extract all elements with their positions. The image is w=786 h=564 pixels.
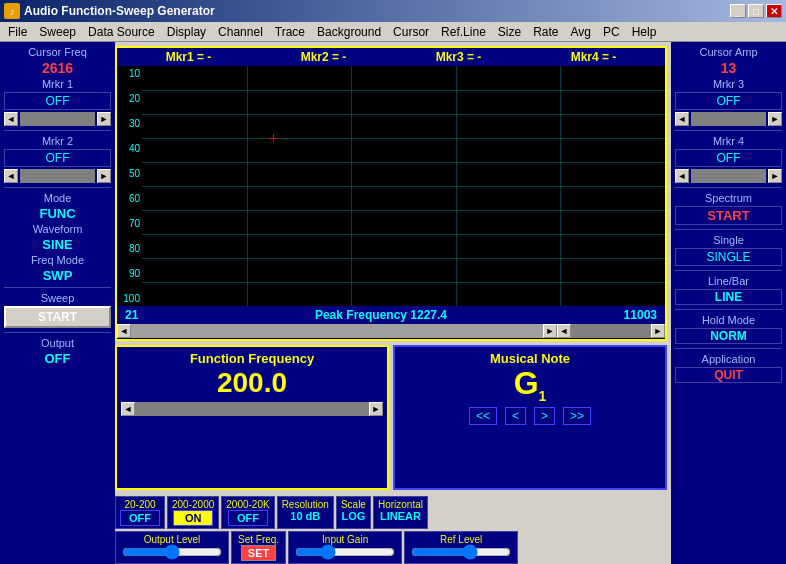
mrkr1-button[interactable]: OFF	[4, 92, 111, 110]
menu-avg[interactable]: Avg	[565, 23, 597, 41]
chart-plot[interactable]	[142, 66, 665, 306]
maximize-button[interactable]: □	[748, 4, 764, 18]
output-level-slider[interactable]	[122, 545, 222, 559]
grid-v	[456, 66, 457, 306]
ref-level-item: Ref Level	[404, 531, 518, 564]
cursor-amp-value: 13	[675, 60, 782, 76]
grid-line	[142, 282, 665, 283]
chart-scroll-track2[interactable]	[571, 324, 651, 338]
set-freq-row: SET	[241, 545, 276, 561]
note-nav-l[interactable]: <	[505, 407, 526, 425]
menu-size[interactable]: Size	[492, 23, 527, 41]
chart-scroll-right2[interactable]: ►	[651, 324, 665, 338]
chart-container: Mkr1 = - Mkr2 = - Mkr3 = - Mkr4 = - 10 2…	[115, 46, 667, 341]
func-freq-title: Function Frequency	[121, 351, 383, 366]
single-button[interactable]: SINGLE	[675, 248, 782, 266]
scale-label: Scale	[341, 499, 366, 510]
menu-rate[interactable]: Rate	[527, 23, 564, 41]
chart-scroll-left2[interactable]: ◄	[557, 324, 571, 338]
chart-peak-freq: Peak Frequency 1227.4	[315, 308, 447, 322]
musical-note-value: G1	[399, 366, 661, 405]
menu-background[interactable]: Background	[311, 23, 387, 41]
mrkr1-label: Mrkr 1	[4, 78, 111, 90]
mrkr2-scroll-track[interactable]	[20, 169, 95, 183]
left-panel: Cursor Freq 2616 Mrkr 1 OFF ◄ ► Mrkr 2 O…	[0, 42, 115, 564]
range-2000-20k: 2000-20K OFF	[221, 496, 274, 529]
menu-datasource[interactable]: Data Source	[82, 23, 161, 41]
freq-scroll-left[interactable]: ◄	[121, 402, 135, 416]
ref-level-slider-row	[411, 545, 511, 559]
right-panel: Cursor Amp 13 Mrkr 3 OFF ◄ ► Mrkr 4 OFF …	[671, 42, 786, 564]
mrkr3-button[interactable]: OFF	[675, 92, 782, 110]
window-title: Audio Function-Sweep Generator	[24, 4, 728, 18]
resolution-group: Resolution 10 dB	[277, 496, 334, 529]
menu-refline[interactable]: Ref.Line	[435, 23, 492, 41]
mode-label: Mode	[4, 192, 111, 204]
range-20-200-btn[interactable]: OFF	[120, 510, 160, 526]
input-gain-slider[interactable]	[295, 545, 395, 559]
func-freq-value: 200.0	[121, 366, 383, 400]
spectrum-start-button[interactable]: START	[675, 206, 782, 225]
mrkr1-scroll-track[interactable]	[20, 112, 95, 126]
note-nav-r[interactable]: >	[534, 407, 555, 425]
set-freq-button[interactable]: SET	[241, 545, 276, 561]
freq-scroll-right[interactable]: ►	[369, 402, 383, 416]
chart-footer: 21 Peak Frequency 1227.4 11003	[117, 306, 665, 324]
mrkr2-button[interactable]: OFF	[4, 149, 111, 167]
chart-scroll-right[interactable]: ►	[543, 324, 557, 338]
quit-button[interactable]: QUIT	[675, 367, 782, 383]
mrkr3-scroll-track[interactable]	[691, 112, 766, 126]
mrkr4-scroll-right[interactable]: ►	[768, 169, 782, 183]
menu-trace[interactable]: Trace	[269, 23, 311, 41]
range-200-2000: 200-2000 ON	[167, 496, 219, 529]
spectrum-label: Spectrum	[675, 192, 782, 204]
menu-cursor[interactable]: Cursor	[387, 23, 435, 41]
menu-sweep[interactable]: Sweep	[33, 23, 82, 41]
chart-scroll-left[interactable]: ◄	[117, 324, 131, 338]
rsep1	[675, 130, 782, 131]
set-freq-item: Set Freq. SET	[231, 531, 286, 564]
menu-help[interactable]: Help	[626, 23, 663, 41]
grid-v	[560, 66, 561, 306]
mrkr4-scroll-track[interactable]	[691, 169, 766, 183]
mrkr3-scroll-right[interactable]: ►	[768, 112, 782, 126]
mrkr4-button[interactable]: OFF	[675, 149, 782, 167]
sep3	[4, 287, 111, 288]
menu-file[interactable]: File	[2, 23, 33, 41]
note-nav-arrows: << < > >>	[399, 407, 661, 425]
hold-mode-button[interactable]: NORM	[675, 328, 782, 344]
sweep-start-button[interactable]: START	[4, 306, 111, 328]
mrkr4-scrollbar: ◄ ►	[675, 169, 782, 183]
mrkr3-label: Mrkr 3	[675, 78, 782, 90]
sep2	[4, 187, 111, 188]
marker1-display: Mkr1 = -	[166, 50, 212, 64]
chart-scroll-track[interactable]	[131, 324, 543, 338]
y-axis: 10 20 30 40 50 60 70 80 90 100	[117, 66, 142, 306]
chart-freq-right: 11003	[624, 308, 657, 322]
menu-pc[interactable]: PC	[597, 23, 626, 41]
grid-line	[142, 258, 665, 259]
freq-scroll-track[interactable]	[135, 402, 369, 416]
range-2000-20k-btn[interactable]: OFF	[228, 510, 268, 526]
rsep3	[675, 229, 782, 230]
menu-channel[interactable]: Channel	[212, 23, 269, 41]
note-nav-ll[interactable]: <<	[469, 407, 497, 425]
menu-display[interactable]: Display	[161, 23, 212, 41]
grid-line	[142, 210, 665, 211]
mrkr2-scroll-left[interactable]: ◄	[4, 169, 18, 183]
mrkr2-scroll-right[interactable]: ►	[97, 169, 111, 183]
ref-level-slider[interactable]	[411, 545, 511, 559]
mrkr4-scroll-left[interactable]: ◄	[675, 169, 689, 183]
grid-v	[351, 66, 352, 306]
range-200-2000-btn[interactable]: ON	[173, 510, 213, 526]
mrkr1-scroll-right[interactable]: ►	[97, 112, 111, 126]
note-nav-rr[interactable]: >>	[563, 407, 591, 425]
chart-body[interactable]: 10 20 30 40 50 60 70 80 90 100	[117, 66, 665, 306]
close-button[interactable]: ✕	[766, 4, 782, 18]
line-bar-button[interactable]: LINE	[675, 289, 782, 305]
func-freq-panel: Function Frequency 200.0 ◄ ►	[115, 345, 389, 490]
minimize-button[interactable]: _	[730, 4, 746, 18]
cursor-freq-label: Cursor Freq	[4, 46, 111, 58]
mrkr1-scroll-left[interactable]: ◄	[4, 112, 18, 126]
mrkr3-scroll-left[interactable]: ◄	[675, 112, 689, 126]
